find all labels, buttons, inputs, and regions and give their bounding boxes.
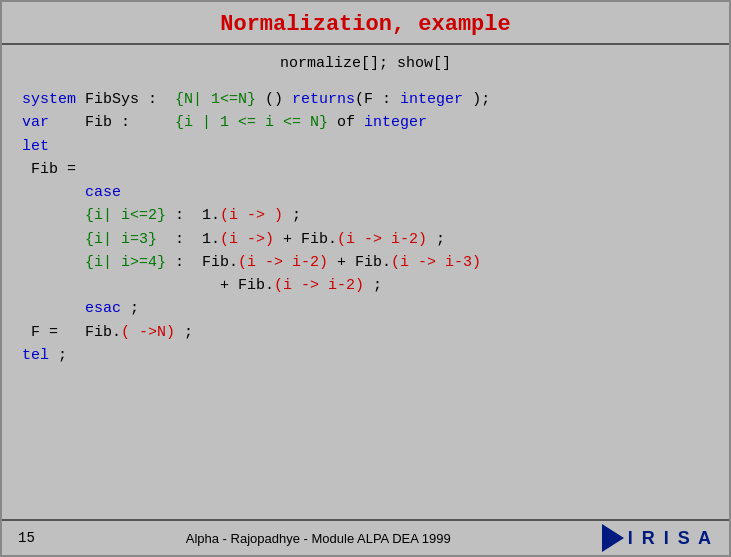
code-line-8: {i| i>=4} : Fib.(i -> i-2) + Fib.(i -> i… <box>22 251 709 274</box>
slide-body: normalize[]; show[] system FibSys : {N| … <box>2 45 729 519</box>
code-line-7: {i| i=3} : 1.(i ->) + Fib.(i -> i-2) ; <box>22 228 709 251</box>
footer: 15 Alpha - Rajopadhye - Module ALPA DEA … <box>2 519 729 555</box>
irisa-logo: I R I S A <box>602 524 713 552</box>
footer-citation: Alpha - Rajopadhye - Module ALPA DEA 199… <box>186 531 451 546</box>
code-line-1: system FibSys : {N| 1<=N} () returns(F :… <box>22 88 709 111</box>
code-line-4: Fib = <box>22 158 709 181</box>
irisa-text: I R I S A <box>628 528 713 549</box>
code-line-6: {i| i<=2} : 1.(i -> ) ; <box>22 204 709 227</box>
code-block: system FibSys : {N| 1<=N} () returns(F :… <box>22 88 709 367</box>
code-line-9: + Fib.(i -> i-2) ; <box>22 274 709 297</box>
slide-title: Normalization, example <box>2 2 729 45</box>
code-line-11: F = Fib.( ->N) ; <box>22 321 709 344</box>
slide-container: Normalization, example normalize[]; show… <box>0 0 731 557</box>
footer-page: 15 <box>18 530 35 546</box>
irisa-triangle-icon <box>602 524 624 552</box>
code-line-3: let <box>22 135 709 158</box>
code-line-2: var Fib : {i | 1 <= i <= N} of integer <box>22 111 709 134</box>
code-line-10: esac ; <box>22 297 709 320</box>
code-line-5: case <box>22 181 709 204</box>
code-line-12: tel ; <box>22 344 709 367</box>
cmd-line: normalize[]; show[] <box>22 55 709 72</box>
footer-logo: I R I S A <box>602 524 713 552</box>
